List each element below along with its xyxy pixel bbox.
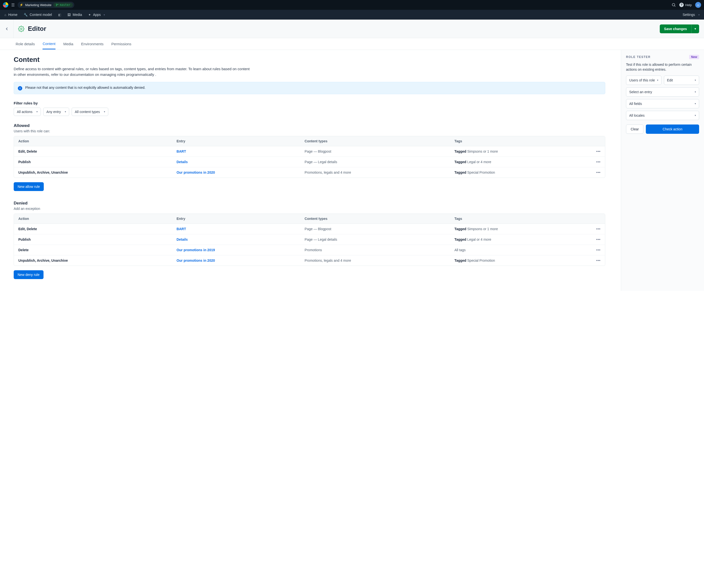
denied-caption: Add an exception xyxy=(14,207,605,211)
tester-entry-select[interactable]: Select an entry▾ xyxy=(626,87,699,97)
menu-icon[interactable]: ☰ xyxy=(11,3,15,7)
entries-icon: ◧ xyxy=(58,13,61,17)
info-icon: i xyxy=(18,86,22,91)
chevron-down-icon: ▾ xyxy=(698,13,700,16)
nav-media[interactable]: 🖼Media xyxy=(67,13,82,17)
new-deny-rule-button[interactable]: New deny rule xyxy=(14,270,44,279)
table-row[interactable]: Unpublish, Archive, UnarchiveOur promoti… xyxy=(14,255,605,266)
filter-content-types[interactable]: All content types▾ xyxy=(72,108,108,116)
col-ctypes: Content types xyxy=(300,136,450,146)
svg-point-4 xyxy=(20,28,22,30)
wrench-icon: 🔧 xyxy=(24,13,27,17)
nav-settings[interactable]: Settings▾ xyxy=(683,13,700,17)
tab-environments[interactable]: Environments xyxy=(81,39,104,49)
svg-point-1 xyxy=(56,5,57,6)
back-button[interactable] xyxy=(0,19,14,38)
entry-link[interactable]: Details xyxy=(176,237,188,242)
puzzle-icon: ✦ xyxy=(88,13,91,17)
tab-permissions[interactable]: Permissions xyxy=(111,39,131,49)
table-row[interactable]: Unpublish, Archive, UnarchiveOur promoti… xyxy=(14,167,605,177)
tester-action-select[interactable]: Edit▾ xyxy=(664,75,699,85)
col-action: Action xyxy=(14,214,172,224)
cell-content-types: Promotions, legals and 4 more xyxy=(300,167,450,177)
chevron-down-icon: ▾ xyxy=(695,27,696,31)
cell-tags: All tags xyxy=(450,245,592,255)
help-link[interactable]: ? Help xyxy=(679,3,692,7)
tab-media[interactable]: Media xyxy=(63,39,73,49)
row-menu-button[interactable]: ••• xyxy=(592,255,605,266)
role-tester-panel: Role Tester New Test if this role is all… xyxy=(621,50,704,291)
table-row[interactable]: DeleteOur promotions in 2019PromotionsAl… xyxy=(14,245,605,255)
tab-content[interactable]: Content xyxy=(43,39,56,49)
entry-link[interactable]: BART xyxy=(176,227,186,231)
table-row[interactable]: Edit, DeleteBARTPage — BlogpostTagged Si… xyxy=(14,146,605,157)
tester-check-button[interactable]: Check action xyxy=(646,124,699,134)
tester-users-select[interactable]: Users of this role▾ xyxy=(626,75,661,85)
row-menu-button[interactable]: ••• xyxy=(592,167,605,177)
tester-fields-select[interactable]: All fields▾ xyxy=(626,99,699,108)
cell-entry: Our promotions in 2020 xyxy=(172,167,300,177)
note-text: Please not that any content that is not … xyxy=(25,86,145,90)
cell-action: Delete xyxy=(14,245,172,255)
col-entry: Entry xyxy=(172,136,300,146)
nav-content[interactable]: ◧ xyxy=(58,13,61,17)
search-icon[interactable] xyxy=(671,3,676,7)
nav-content-model[interactable]: 🔧Content model xyxy=(24,13,52,17)
entry-link[interactable]: Details xyxy=(176,160,188,164)
branch-icon xyxy=(56,3,59,6)
cell-entry: Details xyxy=(172,234,300,245)
cell-tags: Tagged Legal or 4 more xyxy=(450,157,592,167)
app-logo[interactable] xyxy=(3,2,8,8)
topbar-right: ? Help ☺ xyxy=(671,2,701,8)
table-row[interactable]: PublishDetailsPage — Legal detailsTagged… xyxy=(14,234,605,245)
top-bar: ☰ ⚡ Marketing Website master ? Help ☺ xyxy=(0,0,704,10)
entry-link[interactable]: BART xyxy=(176,150,186,153)
main-content: Content Define access to content with ge… xyxy=(0,50,621,291)
help-icon: ? xyxy=(679,3,684,7)
save-button[interactable]: Save changes xyxy=(660,24,691,33)
cell-entry: BART xyxy=(172,224,300,234)
chevron-down-icon: ▾ xyxy=(695,114,696,117)
new-allow-rule-button[interactable]: New allow rule xyxy=(14,182,44,191)
filter-entry[interactable]: Any entry▾ xyxy=(43,108,69,116)
tab-role-details[interactable]: Role details xyxy=(16,39,35,49)
row-menu-button[interactable]: ••• xyxy=(592,224,605,234)
col-entry: Entry xyxy=(172,214,300,224)
allowed-heading: Allowed xyxy=(14,123,605,128)
row-menu-button[interactable]: ••• xyxy=(592,146,605,157)
chevron-down-icon: ▾ xyxy=(695,91,696,93)
cell-action: Edit, Delete xyxy=(14,224,172,234)
chevron-down-icon: ▾ xyxy=(695,102,696,105)
save-button-group: Save changes ▾ xyxy=(660,24,699,33)
tester-locales-select[interactable]: All locales▾ xyxy=(626,111,699,120)
cell-tags: Tagged Legal or 4 more xyxy=(450,234,592,245)
table-row[interactable]: Edit, DeleteBARTPage — BlogpostTagged Si… xyxy=(14,224,605,234)
cell-tags: Tagged Simpsons or 1 more xyxy=(450,224,592,234)
cell-tags: Tagged Special Promotion xyxy=(450,167,592,177)
filter-actions[interactable]: All actions▾ xyxy=(14,108,41,116)
section-title: Content xyxy=(14,56,605,64)
svg-point-0 xyxy=(56,4,57,5)
cell-action: Publish xyxy=(14,234,172,245)
entry-link[interactable]: Our promotions in 2020 xyxy=(176,170,215,174)
row-menu-button[interactable]: ••• xyxy=(592,234,605,245)
cell-entry: Our promotions in 2020 xyxy=(172,255,300,266)
save-dropdown[interactable]: ▾ xyxy=(691,24,699,33)
cell-content-types: Page — Blogpost xyxy=(300,146,450,157)
cell-entry: Our promotions in 2019 xyxy=(172,245,300,255)
nav-home[interactable]: ⌂Home xyxy=(4,13,17,17)
chevron-down-icon: ▾ xyxy=(104,110,105,113)
nav-apps[interactable]: ✦Apps▾ xyxy=(88,13,105,17)
row-menu-button[interactable]: ••• xyxy=(592,245,605,255)
col-tags: Tags xyxy=(450,214,592,224)
info-note: i Please not that any content that is no… xyxy=(14,82,605,94)
cell-content-types: Promotions xyxy=(300,245,450,255)
environment-badge[interactable]: master xyxy=(53,3,73,7)
entry-link[interactable]: Our promotions in 2020 xyxy=(176,259,215,262)
user-avatar[interactable]: ☺ xyxy=(695,2,701,8)
entry-link[interactable]: Our promotions in 2019 xyxy=(176,248,215,252)
space-switcher[interactable]: ⚡ Marketing Website master xyxy=(17,2,74,8)
row-menu-button[interactable]: ••• xyxy=(592,157,605,167)
tester-clear-button[interactable]: Clear xyxy=(626,124,643,134)
table-row[interactable]: PublishDetailsPage — Legal detailsTagged… xyxy=(14,157,605,167)
